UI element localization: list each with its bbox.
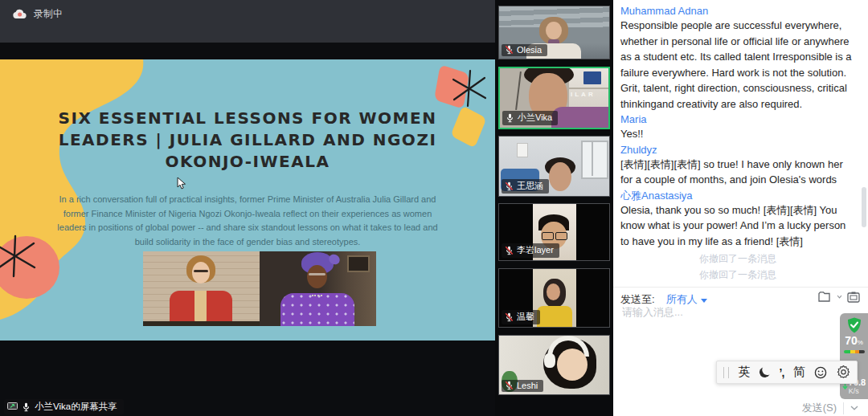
yellow-diamond-shape <box>450 105 486 148</box>
slide-description: In a rich conversation full of practical… <box>51 193 444 249</box>
download-arrow-icon <box>842 383 848 391</box>
meeting-top-bar: 录制中 <box>0 0 495 43</box>
chat-sender-name: 心雅Anastasiya <box>620 189 855 202</box>
send-button[interactable]: 发送(S) <box>802 401 837 415</box>
muted-mic-icon <box>505 312 514 322</box>
participant-name: 温馨 <box>517 311 534 323</box>
chat-sender-name: Muhammad Adnan <box>620 4 855 18</box>
emoji-icon[interactable] <box>814 366 827 379</box>
participant-name: Olesia <box>517 45 542 55</box>
mouse-cursor <box>177 177 186 190</box>
participant-name: Leshi <box>517 381 538 390</box>
send-file-button[interactable] <box>818 291 832 303</box>
chevron-down-icon <box>701 299 707 303</box>
chat-input-area: 发送至: 所有人 <box>613 287 868 416</box>
ime-toolbar[interactable]: 英 ’, 简 <box>716 361 858 384</box>
shield-check-icon <box>847 317 862 333</box>
asterisk-doodle <box>0 233 39 279</box>
battery-gradient-bar <box>844 350 865 353</box>
participant-name: 王思涵 <box>517 180 543 192</box>
video-still <box>143 251 376 326</box>
send-options-chevron[interactable] <box>850 406 858 410</box>
recording-indicator[interactable]: 录制中 <box>13 7 63 21</box>
speaker-ngozi-okonjo-iweala <box>260 251 376 326</box>
recalled-message-notice: 你撤回了一条消息 <box>620 267 855 283</box>
speaker-julia-gillard <box>143 251 260 326</box>
muted-mic-icon <box>505 45 514 55</box>
mic-icon <box>506 113 514 123</box>
chat-panel: Muhammad AdnanResponsible people are suc… <box>613 0 868 416</box>
screen-share-status: 小兰Vika的屏幕共享 <box>4 399 124 414</box>
screenshot-button[interactable] <box>847 292 860 303</box>
moon-icon[interactable] <box>759 365 772 378</box>
mic-icon <box>22 402 31 412</box>
participant-name: 小兰Vika <box>518 112 552 124</box>
participant-tile-olesia[interactable]: Olesia <box>498 6 610 59</box>
participant-tile-wangsihan[interactable]: 王思涵 <box>498 136 610 197</box>
asterisk-doodle <box>450 69 489 108</box>
participant-label: 小兰Vika <box>502 111 558 125</box>
participants-strip: Olesia ILAR 小兰Vika <box>495 0 613 416</box>
slide-title-line: SIX ESSENTIAL LESSONS FOR WOMEN <box>51 108 444 129</box>
slide-title-line: OKONJO-IWEALA <box>51 151 444 173</box>
participant-tile-leshi[interactable]: Leshi <box>498 335 610 395</box>
chat-message-text: Responsible people are successful everyw… <box>620 18 855 112</box>
slide-title: SIX ESSENTIAL LESSONS FOR WOMEN LEADERS … <box>51 108 444 173</box>
meeting-window: 录制中 SIX ESSENTIAL LESSONS FOR WOMEN <box>0 0 868 416</box>
speed-unit: K/s <box>849 387 866 395</box>
participant-label: 李岩layer <box>502 243 559 258</box>
chat-message-list: Muhammad AdnanResponsible people are suc… <box>613 0 868 287</box>
chat-input[interactable] <box>620 305 809 319</box>
participant-label: 王思涵 <box>502 179 549 194</box>
participant-tile-wenxin[interactable]: 温馨 <box>498 268 610 328</box>
muted-mic-icon <box>505 181 514 191</box>
muted-mic-icon <box>505 381 514 390</box>
chevron-down-icon[interactable] <box>837 295 842 299</box>
participant-tile-xiaolan-vika[interactable]: ILAR 小兰Vika <box>498 67 610 129</box>
participant-name: 李岩layer <box>517 244 554 256</box>
participant-label: Leshi <box>502 380 543 392</box>
system-monitor-widget[interactable]: 70% 79.8 K/s <box>840 313 868 399</box>
ime-language-toggle[interactable]: 英 <box>739 365 751 380</box>
battery-percent: 70% <box>845 335 863 349</box>
recording-label: 录制中 <box>34 7 63 21</box>
screen-share-label: 小兰Vika的屏幕共享 <box>35 401 117 413</box>
chat-message-text: Olesia, thank you so so much! [表情][表情] Y… <box>620 202 855 250</box>
ime-charset-toggle[interactable]: 简 <box>793 365 805 380</box>
slide-title-line: LEADERS | JULIA GILLARD AND NGOZI <box>51 129 444 151</box>
shared-slide: SIX ESSENTIAL LESSONS FOR WOMEN LEADERS … <box>0 59 495 341</box>
divider <box>843 402 844 414</box>
chat-message-text: Yes!! <box>620 126 855 142</box>
cloud-record-icon <box>13 9 27 19</box>
participant-label: 温馨 <box>502 310 540 324</box>
chat-scrollbar[interactable] <box>862 187 866 227</box>
recalled-message-notice: 你撤回了一条消息 <box>620 251 855 267</box>
participant-label: Olesia <box>502 44 547 56</box>
muted-mic-icon <box>505 246 514 255</box>
screen-share-icon <box>7 402 18 411</box>
participant-tile-liyan-layer[interactable]: 李岩layer <box>498 203 610 261</box>
chat-sender-name: Maria <box>620 112 855 126</box>
chat-message-text: [表情][表情][表情] so true! I have only known … <box>620 157 855 188</box>
drag-handle-icon[interactable] <box>723 367 729 378</box>
gear-icon[interactable] <box>837 365 850 379</box>
punctuation-toggle[interactable]: ’, <box>780 366 784 379</box>
chat-sender-name: Zhuldyz <box>620 143 855 157</box>
